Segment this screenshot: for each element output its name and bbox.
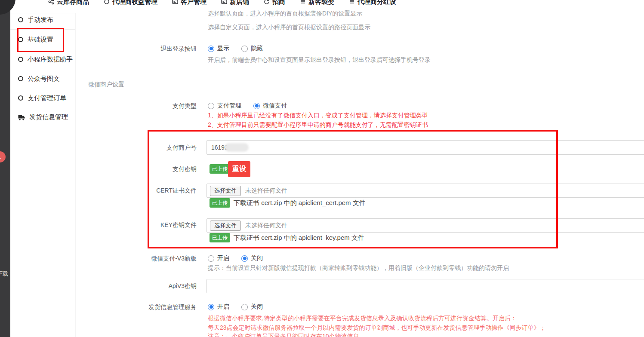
nav-item-agent-dividend[interactable]: 代理商分红设: [349, 0, 396, 6]
nav-item-customers[interactable]: 客户管理: [172, 0, 206, 6]
nav-item-new-shop[interactable]: 新店铺: [221, 0, 249, 6]
choose-file-button[interactable]: 选择文件: [210, 186, 241, 196]
sidebar-item-label: 基础设置: [28, 36, 53, 44]
sidebar-item-shipping-info[interactable]: 发货信息管理: [18, 113, 68, 121]
menu-icon: [349, 0, 355, 5]
key-hint-text: 下载证书 cert.zip 中的 apiclient_key.pem 文件: [234, 234, 364, 242]
radio-option-label: 关闭: [251, 254, 263, 262]
apiv3-key-input[interactable]: [206, 279, 644, 293]
section-divider: [77, 93, 644, 93]
radio-selected-icon: [208, 46, 214, 52]
sidebar-item-manual-publish[interactable]: 手动发布: [18, 15, 53, 24]
radio-circle-icon: [18, 37, 23, 42]
logout-button-label: 退出登录按钮: [111, 44, 197, 53]
sidebar-item-official-articles[interactable]: 公众号图文: [18, 74, 60, 83]
sidebar-item-label: 公众号图文: [28, 75, 60, 83]
radio-option-show[interactable]: 显示: [208, 45, 229, 52]
nav-item-label: 招商: [272, 0, 285, 6]
id-card-icon: [172, 0, 178, 5]
nav-item-investment[interactable]: 招商: [264, 0, 285, 6]
radio-option-hide[interactable]: 隐藏: [241, 45, 263, 52]
radio-selected-icon: [241, 255, 248, 262]
nav-item-label: 客户管理: [181, 0, 206, 6]
radio-unselected-icon: [208, 103, 214, 109]
shipping-radio-group: 开启 关闭: [208, 303, 275, 311]
choose-file-button[interactable]: 选择文件: [210, 221, 241, 231]
radio-option-pay-manage[interactable]: 支付管理: [208, 102, 241, 110]
truck-icon: [18, 114, 25, 120]
uploaded-badge: 已上传: [210, 164, 230, 174]
sidebar-item-label: 手动发布: [28, 16, 53, 24]
key-uploaded-row: 已上传 下载证书 cert.zip 中的 apiclient_key.pem 文…: [210, 233, 364, 242]
cert-file-label: CERT证书文件: [111, 186, 197, 195]
radio-circle-icon: [18, 57, 23, 62]
pay-type-warning-1: 1、如果小程序里已经没有了微信支付入口，变成了支付管理，请选择支付管理类型: [208, 111, 428, 119]
left-dock-strip: .. 下载: [0, 0, 10, 337]
nav-item-fission[interactable]: 新客裂变: [300, 0, 334, 6]
key-file-label: KEY密钥文件: [111, 221, 197, 229]
radio-option-on[interactable]: 开启: [208, 303, 229, 311]
cert-file-picker: 选择文件 未选择任何文件: [206, 184, 644, 198]
reset-key-button[interactable]: 重设: [228, 161, 250, 177]
radio-option-label: 开启: [217, 303, 229, 311]
nav-item-label: 代理商分红设: [357, 0, 396, 6]
radio-circle-icon: [18, 95, 23, 101]
key-file-picker: 选择文件 未选择任何文件: [206, 218, 644, 233]
nav-item-label: 代理商收益管理: [112, 0, 157, 6]
settings-sidebar: 手动发布 基础设置 小程序数据助手 公众号图文 支付管理订单 发货信息管理: [10, 13, 76, 337]
admin-settings-page: { "left_strip": { "badge_text": "..", "d…: [0, 0, 644, 337]
radio-option-label: 支付管理: [217, 102, 241, 110]
pay-type-warning-2: 2、支付管理目前只需要配置小程序里申请的商户号就能支付了，无需配置密钥证书: [208, 120, 428, 129]
nav-item-cloud-stock[interactable]: 云库存商品: [48, 0, 89, 6]
merchant-id-label: 支付商户号: [111, 143, 197, 152]
refresh-icon: [264, 0, 270, 5]
radio-option-on[interactable]: 开启: [208, 254, 229, 262]
id-card-icon: [221, 0, 227, 5]
pay-type-radio-group: 支付管理 微信支付: [208, 101, 299, 110]
cert-hint-text: 下载证书 cert.zip 中的 apiclient_cert.pem 文件: [234, 199, 366, 207]
radio-option-label: 隐藏: [251, 45, 263, 52]
radio-unselected-icon: [208, 255, 214, 262]
nav-item-label: 新客裂变: [308, 0, 334, 6]
sidebar-item-basic-settings[interactable]: 基础设置: [18, 35, 53, 44]
radio-option-label: 微信支付: [263, 102, 287, 110]
radio-option-label: 开启: [217, 254, 229, 262]
uploaded-badge: 已上传: [210, 233, 230, 242]
home-page-default-note: 选择默认页面，进入小程序的首页根据装修DIY的设置显示: [208, 9, 362, 18]
radio-circle-icon: [18, 17, 23, 22]
pay-key-label: 支付密钥: [111, 165, 197, 173]
wxpay-v3-help-text: 提示：当前设置只针对新版微信提现打款（商家转账到零钱功能），用着旧版（企业付款到…: [208, 263, 509, 272]
sidebar-separator: [10, 29, 75, 30]
download-shortcut[interactable]: 下载: [0, 270, 8, 278]
no-file-chosen-text: 未选择任何文件: [245, 187, 287, 195]
radio-option-wechat-pay[interactable]: 微信支付: [253, 102, 287, 110]
radio-selected-icon: [253, 103, 260, 109]
no-file-chosen-text: 未选择任何文件: [245, 222, 287, 230]
radio-option-label: 显示: [217, 45, 229, 52]
nav-item-label: 新店铺: [230, 0, 249, 6]
radio-option-label: 关闭: [251, 303, 263, 311]
radio-circle-icon: [18, 76, 23, 81]
radio-unselected-icon: [241, 46, 248, 52]
pay-type-label: 支付类型: [111, 101, 197, 110]
home-page-custom-note: 选择自定义页面，进入小程序的首页根据设置的路径页面显示: [208, 23, 370, 31]
nav-item-agent-revenue[interactable]: 代理商收益管理: [104, 0, 157, 6]
logout-radio-group: 显示 隐藏: [208, 44, 275, 53]
sidebar-item-payment-orders[interactable]: 支付管理订单: [18, 94, 66, 102]
shipping-note-3: 注意：一个商户订单号下最多只能同时存在10个物流信息: [208, 332, 359, 337]
sidebar-item-miniapp-data[interactable]: 小程序数据助手: [18, 55, 73, 64]
shipping-note-2: 每天23点会定时请求微信服务器拉取一个月以内需要发货的订单到商城，也可手动更新在…: [208, 323, 546, 332]
circle-icon: [104, 0, 110, 5]
section-title-wechat-merchant: 微信商户设置: [88, 80, 124, 89]
share-nodes-icon: [48, 0, 54, 5]
radio-option-off[interactable]: 关闭: [241, 303, 263, 311]
logout-help-text: 开启后，前端会员中心和设置页面显示退出登录按钮，退出登录后可选择手机号登录: [208, 55, 431, 64]
nav-item-label: 云库存商品: [57, 0, 89, 6]
radio-option-off[interactable]: 关闭: [241, 254, 263, 262]
notification-badge[interactable]: ..: [0, 151, 6, 162]
merchant-id-input[interactable]: [206, 140, 644, 155]
uploaded-badge: 已上传: [210, 198, 230, 208]
radio-unselected-icon: [241, 304, 248, 310]
radio-selected-icon: [208, 304, 214, 310]
shipping-service-label: 发货信息管理服务: [111, 303, 197, 311]
